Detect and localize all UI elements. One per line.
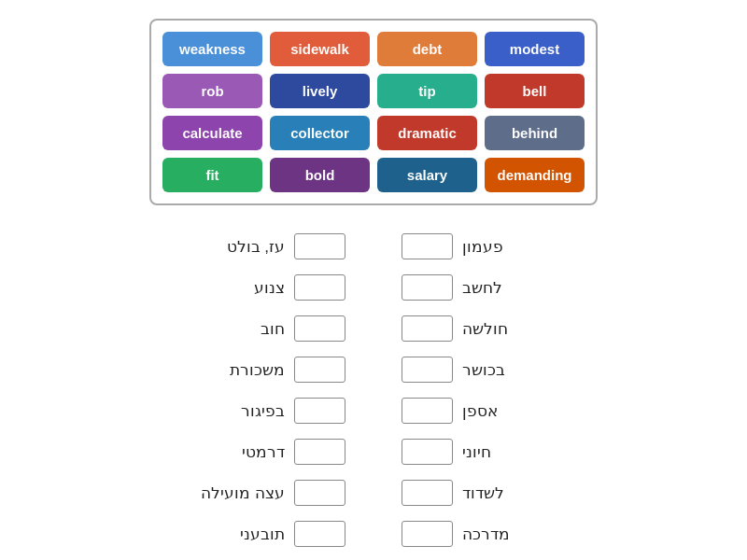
hebrew-label: עז, בולט bbox=[227, 237, 285, 257]
match-row: דרמטי bbox=[56, 433, 345, 470]
match-row: לשדוד bbox=[402, 474, 691, 511]
match-row: צנוע bbox=[56, 269, 345, 306]
hebrew-label: עצה מועילה bbox=[201, 483, 285, 503]
answer-input[interactable] bbox=[402, 274, 453, 301]
word-chip-collector[interactable]: collector bbox=[270, 116, 370, 150]
word-chip-rob[interactable]: rob bbox=[162, 74, 262, 108]
word-chip-bold[interactable]: bold bbox=[270, 158, 370, 192]
hebrew-label: לשדוד bbox=[462, 483, 504, 503]
word-chip-modest[interactable]: modest bbox=[485, 32, 585, 66]
hebrew-label: לחשב bbox=[462, 278, 502, 298]
hebrew-label: דרמטי bbox=[242, 442, 285, 462]
match-row: פעמון bbox=[402, 228, 691, 265]
answer-input[interactable] bbox=[402, 439, 453, 465]
hebrew-label: בפיגור bbox=[241, 401, 285, 421]
match-row: עצה מועילה bbox=[56, 474, 345, 511]
hebrew-label: מדרכה bbox=[462, 525, 510, 544]
word-chip-weakness[interactable]: weakness bbox=[162, 32, 262, 66]
match-row: בכושר bbox=[402, 351, 691, 388]
hebrew-label: חוב bbox=[261, 319, 285, 339]
answer-input[interactable] bbox=[402, 480, 453, 506]
match-row: חיוני bbox=[402, 433, 691, 470]
left-column: עז, בולטצנועחובמשכורתבפיגורדרמטיעצה מועי… bbox=[56, 228, 345, 553]
match-row: לחשב bbox=[402, 269, 691, 306]
hebrew-label: חולשה bbox=[462, 319, 508, 339]
answer-input[interactable] bbox=[402, 521, 453, 547]
answer-input[interactable] bbox=[294, 521, 345, 547]
right-column: פעמוןלחשבחולשהבכושראספןחיונילשדודמדרכה bbox=[402, 228, 691, 553]
hebrew-label: משכורת bbox=[230, 360, 285, 380]
answer-input[interactable] bbox=[294, 439, 345, 465]
word-bank: weaknesssidewalkdebtmodestroblivelytipbe… bbox=[149, 19, 598, 205]
match-row: בפיגור bbox=[56, 392, 345, 429]
answer-input[interactable] bbox=[294, 274, 345, 301]
match-row: אספן bbox=[402, 392, 691, 429]
hebrew-label: חיוני bbox=[462, 442, 491, 462]
hebrew-label: פעמון bbox=[462, 237, 503, 257]
answer-input[interactable] bbox=[402, 398, 453, 424]
match-row: תובעני bbox=[56, 515, 345, 553]
word-chip-lively[interactable]: lively bbox=[270, 74, 370, 108]
hebrew-label: תובעני bbox=[240, 525, 285, 544]
answer-input[interactable] bbox=[294, 233, 345, 259]
word-chip-calculate[interactable]: calculate bbox=[162, 116, 262, 150]
match-row: משכורת bbox=[56, 351, 345, 388]
match-row: חולשה bbox=[402, 310, 691, 347]
match-row: חוב bbox=[56, 310, 345, 347]
hebrew-label: אספן bbox=[462, 401, 498, 421]
word-chip-debt[interactable]: debt bbox=[377, 32, 477, 66]
answer-input[interactable] bbox=[402, 357, 453, 383]
answer-input[interactable] bbox=[294, 480, 345, 506]
match-row: עז, בולט bbox=[56, 228, 345, 265]
match-row: מדרכה bbox=[402, 515, 691, 553]
answer-input[interactable] bbox=[294, 315, 345, 342]
answer-input[interactable] bbox=[294, 398, 345, 424]
answer-input[interactable] bbox=[402, 233, 453, 259]
hebrew-label: צנוע bbox=[254, 278, 285, 298]
answer-input[interactable] bbox=[402, 315, 453, 342]
word-chip-behind[interactable]: behind bbox=[485, 116, 585, 150]
word-chip-dramatic[interactable]: dramatic bbox=[377, 116, 477, 150]
word-chip-sidewalk[interactable]: sidewalk bbox=[270, 32, 370, 66]
match-section: עז, בולטצנועחובמשכורתבפיגורדרמטיעצה מועי… bbox=[19, 228, 728, 553]
word-chip-fit[interactable]: fit bbox=[162, 158, 262, 192]
word-chip-salary[interactable]: salary bbox=[377, 158, 477, 192]
hebrew-label: בכושר bbox=[462, 360, 505, 380]
word-chip-demanding[interactable]: demanding bbox=[485, 158, 585, 192]
word-chip-tip[interactable]: tip bbox=[377, 74, 477, 108]
word-chip-bell[interactable]: bell bbox=[485, 74, 585, 108]
answer-input[interactable] bbox=[294, 357, 345, 383]
